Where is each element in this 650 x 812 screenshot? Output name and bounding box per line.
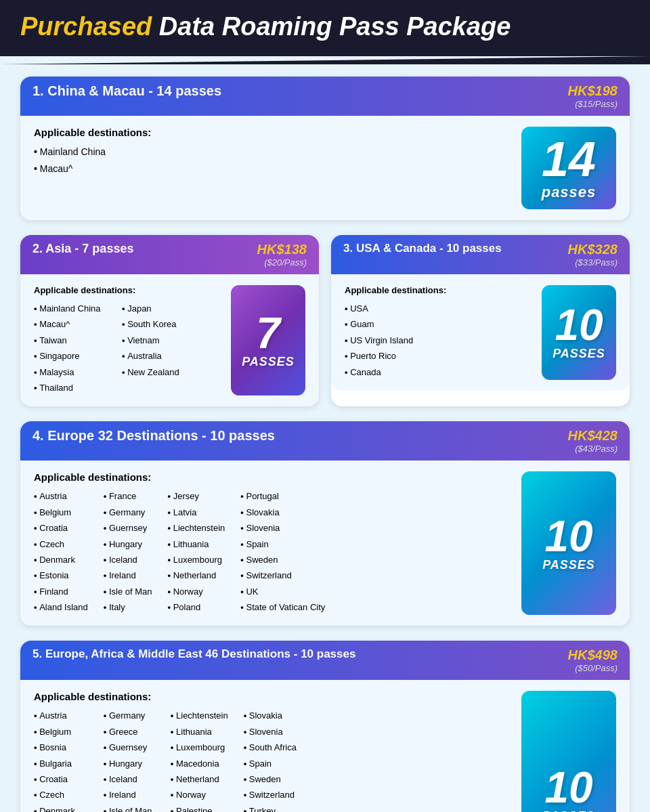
card-header-4: 4. Europe 32 Destinations - 10 passes HK… — [20, 421, 630, 461]
dest-col-2b: Japan South Korea Vietnam Australia New … — [122, 301, 190, 396]
dest-item: Austria — [34, 708, 88, 723]
dest-item: Greece — [104, 724, 155, 740]
dest-item: Lithuania — [171, 724, 228, 740]
dest-item: Guam — [345, 316, 542, 332]
dest-item: Switzerland — [240, 568, 325, 583]
dest-cols-2: Mainland China Macau^ Taiwan Singapore M… — [34, 301, 231, 396]
dest-col-4d: Portugal Slovakia Slovenia Spain Sweden … — [240, 488, 325, 615]
applicable-label-3: Applicable destinations: — [345, 285, 542, 295]
card-body-3: Applicable destinations: USA Guam US Vir… — [331, 274, 630, 391]
pass-badge-5: 10 PASSES — [521, 691, 616, 812]
dest-col-5b: Germany Greece Guernsey Hungary Iceland … — [104, 708, 155, 812]
dest-item: France — [104, 488, 152, 504]
price-col-1: HK$198 ($15/Pass) — [568, 83, 618, 109]
dest-col-4b: France Germany Guernsey Hungary Iceland … — [104, 488, 152, 615]
dest-item: Luxembourg — [171, 740, 228, 755]
dest-item: Hungary — [104, 536, 152, 552]
dest-item: Jersey — [168, 488, 225, 504]
dest-item: New Zealand — [122, 364, 190, 380]
dest-item: Ireland — [104, 568, 152, 583]
card-price-4: HK$428 — [568, 428, 618, 444]
card-header-3: 3. USA & Canada - 10 passes HK$328 ($33/… — [331, 235, 630, 274]
dest-item: Croatia — [34, 771, 88, 787]
dest-item: Malaysia — [34, 364, 102, 380]
pass-number-5: 10 — [544, 766, 592, 809]
dest-col-5c: Liechtenstein Lithuania Luxembourg Maced… — [171, 708, 228, 812]
dest-list-1: Mainland China Macau^ — [34, 144, 521, 177]
dest-item: Iceland — [104, 771, 155, 787]
dest-item: Luxembourg — [168, 552, 225, 568]
dest-col-2a: Mainland China Macau^ Taiwan Singapore M… — [34, 301, 102, 396]
two-col-row: 2. Asia - 7 passes HK$138 ($20/Pass) App… — [20, 235, 630, 406]
dest-item: Austria — [34, 488, 88, 504]
dest-item: Spain — [244, 756, 332, 771]
applicable-label-4: Applicable destinations: — [34, 471, 521, 483]
pass-badge-2: 7 PASSES — [231, 285, 305, 396]
package-card-2: 2. Asia - 7 passes HK$138 ($20/Pass) App… — [20, 235, 319, 406]
card-content-5: Applicable destinations: Austria Belgium… — [34, 691, 521, 812]
dest-item: State of Vatican City — [240, 599, 325, 615]
dest-item: Belgium — [34, 724, 88, 740]
dest-item: US Virgin Island — [345, 333, 542, 348]
dest-item: Palestine — [171, 803, 228, 812]
dest-col-4c: Jersey Latvia Liechtenstein Lithuania Lu… — [168, 488, 225, 615]
dest-item: Slovakia — [244, 708, 332, 723]
card-content-1: Applicable destinations: Mainland China … — [34, 127, 521, 209]
dest-item: Germany — [104, 708, 155, 723]
dest-item: USA — [345, 301, 542, 316]
dest-item: Lithuania — [168, 536, 225, 552]
dest-item: Isle of Man — [104, 803, 155, 812]
card-price-2: HK$138 — [257, 242, 307, 257]
card-body-1: Applicable destinations: Mainland China … — [20, 116, 630, 220]
card-body-5: Applicable destinations: Austria Belgium… — [20, 680, 630, 812]
pass-number-2: 7 — [256, 312, 280, 355]
card-header-1: 1. China & Macau - 14 passes HK$198 ($15… — [20, 77, 630, 116]
dest-item: Czech — [34, 536, 88, 552]
card-content-4: Applicable destinations: Austria Belgium… — [34, 471, 521, 615]
dest-item: Denmark — [34, 552, 88, 568]
pass-badge-4: 10 PASSES — [521, 471, 616, 615]
dest-item: Estonia — [34, 568, 88, 583]
per-pass-2: ($20/Pass) — [264, 257, 307, 268]
dest-item: Japan — [122, 301, 190, 316]
card-content-3: Applicable destinations: USA Guam US Vir… — [345, 285, 542, 380]
dest-item: Puerto Rico — [345, 348, 542, 364]
price-col-2: HK$138 ($20/Pass) — [257, 242, 307, 268]
dest-item: Slovakia — [240, 505, 325, 520]
dest-list-2b: Japan South Korea Vietnam Australia New … — [122, 301, 190, 380]
per-pass-3: ($33/Pass) — [575, 257, 618, 268]
dest-item: Sweden — [240, 552, 325, 568]
dest-item: Switzerland — [244, 787, 332, 803]
card-header-5: 5. Europe, Africa & Middle East 46 Desti… — [20, 641, 630, 680]
dest-item: Sweden — [244, 771, 332, 787]
dest-list-2a: Mainland China Macau^ Taiwan Singapore M… — [34, 301, 102, 396]
dest-item: Aland Island — [34, 599, 88, 615]
dest-item: Liechtenstein — [171, 708, 228, 723]
dest-col-4a: Austria Belgium Croatia Czech Denmark Es… — [34, 488, 88, 615]
dest-item: Guernsey — [104, 520, 152, 536]
dest-item: Norway — [171, 787, 228, 803]
dest-item: Norway — [168, 584, 225, 599]
card-header-2: 2. Asia - 7 passes HK$138 ($20/Pass) — [20, 235, 319, 274]
dest-item: Ireland — [104, 787, 155, 803]
dest-item: Spain — [240, 536, 325, 552]
applicable-label-1: Applicable destinations: — [34, 127, 521, 138]
package-card-1: 1. China & Macau - 14 passes HK$198 ($15… — [20, 77, 630, 220]
dest-item: Poland — [168, 599, 225, 615]
dest-grid-5: Austria Belgium Bosnia Bulgaria Croatia … — [34, 708, 521, 812]
per-pass-5: ($50/Pass) — [575, 663, 618, 673]
dest-item: Hungary — [104, 756, 155, 771]
dest-item: Slovenia — [240, 520, 325, 536]
dest-item: Portugal — [240, 488, 325, 504]
dest-item: Italy — [104, 599, 152, 615]
dest-item: Netherland — [168, 568, 225, 583]
dest-item: Singapore — [34, 348, 102, 364]
pass-text-3: PASSES — [552, 347, 605, 361]
dest-item: Netherland — [171, 771, 228, 787]
pass-badge-1: 14 passes — [521, 127, 616, 209]
pass-text-1: passes — [542, 184, 597, 201]
card-title-1: 1. China & Macau - 14 passes — [32, 83, 221, 99]
per-pass-4: ($43/Pass) — [575, 444, 618, 454]
price-col-4: HK$428 ($43/Pass) — [568, 428, 618, 454]
dest-item: Latvia — [168, 505, 225, 520]
